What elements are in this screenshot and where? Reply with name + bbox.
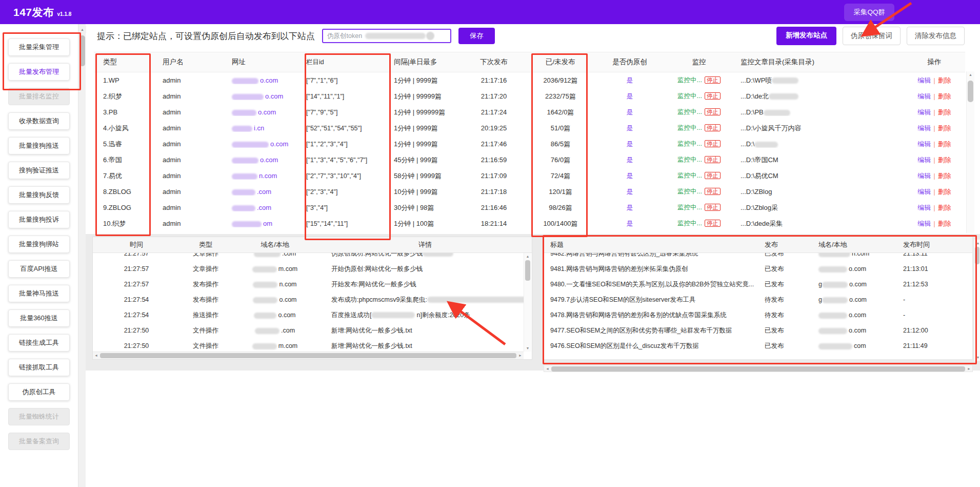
pseudo-toggle[interactable]: 是 [627, 140, 633, 148]
save-button[interactable]: 保存 [458, 28, 495, 44]
edit-link[interactable]: 编辑 [917, 220, 931, 227]
site-url-link[interactable]: i.cn [254, 124, 264, 132]
scroll-down-icon[interactable]: ▼ [974, 354, 980, 361]
sidebar-item[interactable]: 批量搜狗推送 [8, 137, 70, 154]
monitoring-link[interactable]: 监控中... [677, 156, 702, 163]
edit-link[interactable]: 编辑 [917, 108, 931, 116]
stop-button[interactable]: 停止 [705, 220, 721, 227]
delete-link[interactable]: 删除 [938, 92, 951, 100]
add-publish-site-button[interactable]: 新增发布站点 [776, 27, 836, 45]
scrollbar-thumb[interactable] [100, 353, 516, 358]
main-vertical-scrollbar[interactable]: ▲ [78, 24, 86, 487]
sites-table-scrollbar[interactable]: ▲ [966, 71, 974, 233]
delete-link[interactable]: 删除 [938, 204, 951, 211]
delete-link[interactable]: 删除 [938, 172, 951, 180]
edit-link[interactable]: 编辑 [917, 76, 931, 84]
pseudo-toggle[interactable]: 是 [627, 76, 633, 84]
stop-button[interactable]: 停止 [705, 76, 721, 84]
delete-link[interactable]: 删除 [938, 188, 951, 196]
scroll-right-icon[interactable]: ► [966, 365, 972, 373]
article-vertical-scrollbar[interactable]: ▲ ▼ [974, 239, 980, 361]
sidebar-item[interactable]: 搜狗验证推送 [8, 162, 70, 179]
stop-button[interactable]: 停止 [705, 156, 721, 163]
pseudo-toggle[interactable]: 是 [627, 172, 633, 180]
scroll-right-icon[interactable]: ► [517, 352, 524, 359]
stop-button[interactable]: 停止 [705, 108, 721, 115]
scroll-up-icon[interactable]: ▲ [78, 26, 86, 33]
stop-button[interactable]: 停止 [705, 188, 721, 195]
stop-button[interactable]: 停止 [705, 124, 721, 131]
sidebar-item[interactable]: 批量采集管理 [8, 38, 70, 56]
log-vertical-scrollbar[interactable]: ▲ ▼ [524, 253, 531, 352]
log-horizontal-scrollbar[interactable]: ◄ ► [93, 352, 524, 359]
delete-link[interactable]: 删除 [938, 220, 951, 227]
scroll-down-icon[interactable]: ▼ [524, 345, 531, 352]
sidebar-item[interactable]: 收录数据查询 [8, 112, 70, 130]
qq-group-button[interactable]: 采集QQ群 [844, 4, 894, 21]
edit-link[interactable]: 编辑 [917, 188, 931, 196]
scroll-up-icon[interactable]: ▲ [524, 253, 531, 260]
stop-button[interactable]: 停止 [705, 140, 721, 147]
stop-button[interactable]: 停止 [705, 172, 721, 179]
pseudo-toggle[interactable]: 是 [627, 204, 633, 211]
sidebar-item[interactable]: 批量搜狗反馈 [8, 186, 70, 204]
delete-link[interactable]: 删除 [938, 124, 951, 132]
scrollbar-thumb[interactable] [975, 247, 979, 264]
article-horizontal-scrollbar[interactable]: ◄ ► [544, 365, 973, 372]
pseudo-toggle[interactable]: 是 [627, 124, 633, 132]
sidebar-item[interactable]: 链接生成工具 [8, 334, 70, 352]
pseudo-toggle[interactable]: 是 [627, 220, 633, 227]
site-url-link[interactable]: o.com [260, 156, 278, 164]
sidebar-item[interactable]: 批量发布管理 [8, 63, 70, 81]
site-url-link[interactable]: o.com [265, 92, 283, 100]
monitoring-link[interactable]: 监控中... [677, 204, 702, 211]
edit-link[interactable]: 编辑 [917, 172, 931, 180]
site-url-link[interactable]: .com [257, 188, 271, 196]
site-url-link[interactable]: o.com [260, 76, 278, 84]
scrollbar-thumb[interactable] [551, 366, 965, 372]
pseudo-token-input[interactable]: 伪原创token [322, 29, 451, 43]
pseudo-toggle[interactable]: 是 [627, 92, 633, 100]
monitoring-link[interactable]: 监控中... [677, 188, 702, 195]
monitoring-link[interactable]: 监控中... [677, 172, 702, 179]
edit-link[interactable]: 编辑 [917, 140, 931, 148]
site-url-link[interactable]: o.com [270, 140, 288, 148]
sidebar-item[interactable]: 批量搜狗绑站 [8, 236, 70, 253]
sidebar-item[interactable]: 批量搜狗投诉 [8, 211, 70, 228]
stop-button[interactable]: 停止 [705, 92, 721, 100]
monitoring-link[interactable]: 监控中... [677, 124, 702, 131]
pseudo-toggle[interactable]: 是 [627, 108, 633, 116]
stop-button[interactable]: 停止 [705, 204, 721, 211]
scroll-up-icon[interactable]: ▲ [974, 240, 980, 246]
edit-link[interactable]: 编辑 [917, 124, 931, 132]
pseudo-toggle[interactable]: 是 [627, 188, 633, 196]
scroll-left-icon[interactable]: ◄ [93, 352, 99, 359]
clear-publish-info-button[interactable]: 清除发布信息 [907, 27, 965, 45]
sidebar-item[interactable]: 伪原创工具 [8, 383, 70, 401]
site-url-link[interactable]: n.com [259, 172, 277, 180]
monitoring-link[interactable]: 监控中... [677, 92, 702, 100]
delete-link[interactable]: 删除 [938, 156, 951, 164]
scrollbar-thumb[interactable] [79, 35, 85, 66]
sidebar-item[interactable]: 批量神马推送 [8, 285, 70, 302]
monitoring-link[interactable]: 监控中... [677, 108, 702, 115]
scroll-left-icon[interactable]: ◄ [544, 365, 551, 373]
site-url-link[interactable]: o.com [258, 108, 276, 116]
sidebar-item[interactable]: 批量360推送 [8, 309, 70, 327]
sidebar-item[interactable]: 百度API推送 [8, 260, 70, 278]
monitoring-link[interactable]: 监控中... [677, 220, 702, 227]
scrollbar-thumb[interactable] [968, 81, 973, 102]
edit-link[interactable]: 编辑 [917, 204, 931, 211]
pseudo-reserved-words-button[interactable]: 伪原创保留词 [843, 27, 901, 45]
scroll-up-icon[interactable]: ▲ [967, 71, 974, 79]
edit-link[interactable]: 编辑 [917, 92, 931, 100]
delete-link[interactable]: 删除 [938, 140, 951, 148]
delete-link[interactable]: 删除 [938, 76, 951, 84]
monitoring-link[interactable]: 监控中... [677, 140, 702, 147]
monitoring-link[interactable]: 监控中... [677, 76, 702, 84]
site-url-link[interactable]: .com [257, 204, 271, 211]
edit-link[interactable]: 编辑 [917, 156, 931, 164]
delete-link[interactable]: 删除 [938, 108, 951, 116]
site-url-link[interactable]: om [263, 220, 272, 227]
scrollbar-thumb[interactable] [525, 260, 530, 281]
